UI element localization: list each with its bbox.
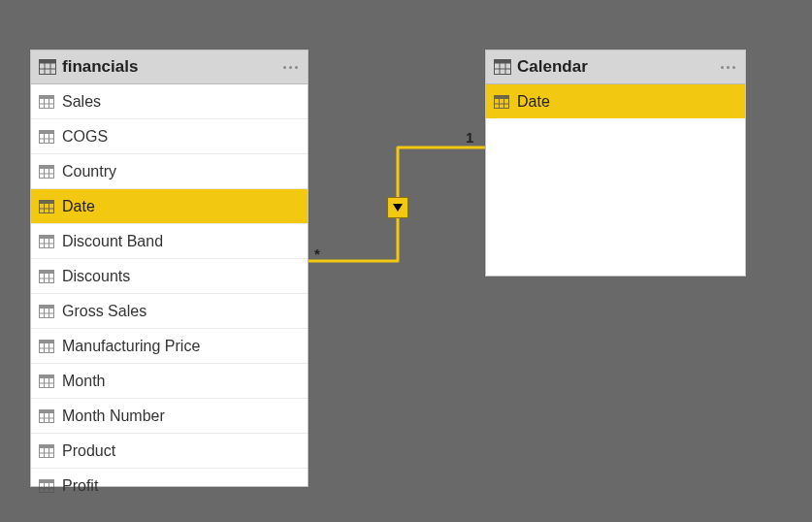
column-icon — [39, 200, 54, 213]
cardinality-many: * — [314, 245, 320, 262]
column-icon — [39, 444, 54, 458]
table-icon — [494, 59, 511, 75]
column-icon — [494, 95, 509, 109]
svg-rect-17 — [40, 165, 54, 169]
svg-rect-32 — [40, 270, 54, 274]
field-row[interactable]: Date — [31, 189, 308, 224]
filter-direction-down-icon — [393, 204, 403, 212]
svg-rect-57 — [40, 444, 54, 448]
field-label: Manufacturing Price — [62, 338, 200, 355]
svg-rect-72 — [495, 95, 509, 99]
svg-rect-2 — [40, 60, 56, 64]
table-menu-button[interactable] — [721, 50, 735, 83]
field-row[interactable]: COGS — [31, 119, 308, 154]
field-row[interactable]: Gross Sales — [31, 294, 308, 329]
table-menu-button[interactable] — [283, 50, 298, 83]
field-label: Sales — [62, 93, 101, 111]
column-icon — [39, 95, 54, 109]
field-row[interactable]: Country — [31, 154, 308, 189]
relationship-direction-box[interactable] — [387, 197, 408, 218]
field-label: COGS — [62, 128, 108, 146]
field-row[interactable]: Month — [31, 364, 308, 399]
field-label: Country — [62, 163, 116, 180]
svg-marker-0 — [393, 204, 403, 212]
column-icon — [39, 340, 54, 353]
column-icon — [39, 235, 54, 248]
field-row[interactable]: Date — [486, 84, 745, 118]
svg-rect-52 — [40, 409, 54, 413]
column-icon — [39, 305, 54, 318]
svg-rect-67 — [495, 60, 511, 64]
svg-rect-47 — [40, 375, 54, 378]
field-label: Gross Sales — [62, 303, 146, 320]
column-icon — [39, 270, 54, 283]
svg-rect-7 — [40, 95, 54, 99]
table-title: Calendar — [517, 57, 588, 77]
field-row[interactable]: Sales — [31, 84, 308, 119]
svg-rect-22 — [40, 200, 54, 204]
field-label: Date — [517, 93, 550, 111]
svg-rect-27 — [40, 235, 54, 239]
column-icon — [39, 375, 54, 388]
field-label: Month — [62, 373, 105, 390]
table-body-calendar[interactable]: Date — [486, 84, 745, 118]
field-row[interactable]: Manufacturing Price — [31, 329, 308, 364]
table-icon — [39, 59, 56, 75]
table-header-calendar[interactable]: Calendar — [486, 50, 745, 84]
field-row[interactable]: Discounts — [31, 259, 308, 294]
field-row[interactable]: Month Number — [31, 399, 308, 434]
table-body-financials[interactable]: SalesCOGSCountryDateDiscount BandDiscoun… — [31, 84, 308, 503]
column-icon — [39, 130, 54, 144]
column-icon — [39, 165, 54, 179]
table-title: financials — [62, 57, 138, 77]
field-label: Month Number — [62, 408, 165, 425]
field-label: Product — [62, 442, 115, 460]
field-label: Discount Band — [62, 233, 163, 250]
field-label: Discounts — [62, 268, 130, 285]
field-row[interactable]: Profit — [31, 469, 308, 503]
svg-rect-62 — [40, 479, 54, 483]
cardinality-one: 1 — [466, 129, 473, 146]
svg-rect-37 — [40, 305, 54, 309]
svg-rect-12 — [40, 130, 54, 134]
svg-rect-42 — [40, 340, 54, 343]
field-row[interactable]: Discount Band — [31, 224, 308, 259]
table-calendar[interactable]: Calendar Date — [485, 49, 746, 277]
table-header-financials[interactable]: financials — [31, 50, 308, 84]
field-row[interactable]: Product — [31, 434, 308, 469]
field-label: Profit — [62, 477, 98, 495]
column-icon — [39, 479, 54, 493]
column-icon — [39, 409, 54, 423]
table-financials[interactable]: financials SalesCOGSCountryDateDiscount … — [30, 49, 309, 487]
field-label: Date — [62, 198, 95, 215]
